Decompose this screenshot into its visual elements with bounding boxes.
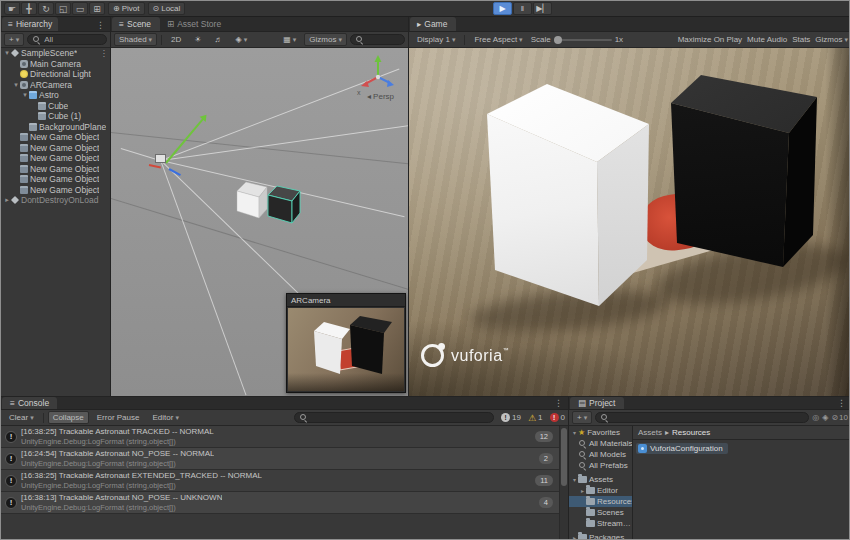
hierarchy-item-new-game-object[interactable]: New Game Object bbox=[1, 185, 110, 196]
console-log-entry[interactable]: ! [16:24:54] Trackable Astronaut NO_POSE… bbox=[1, 448, 559, 470]
mute-audio-toggle[interactable]: Mute Audio bbox=[747, 35, 787, 44]
rect-tool-button[interactable]: ▭ bbox=[72, 2, 88, 15]
folder-resources[interactable]: Resources bbox=[569, 496, 632, 507]
pause-button[interactable]: ‖ bbox=[513, 2, 532, 15]
hierarchy-search-input[interactable] bbox=[44, 35, 101, 44]
create-asset-button[interactable]: +▾ bbox=[572, 411, 592, 424]
2d-toggle[interactable]: 2D bbox=[166, 33, 186, 46]
aspect-dropdown[interactable]: Free Aspect▾ bbox=[469, 33, 527, 46]
favorite-all-materials[interactable]: All Materials bbox=[569, 438, 632, 449]
console-log-entry[interactable]: ! [16:38:25] Trackable Astronaut EXTENDE… bbox=[1, 470, 559, 492]
pivot-toggle-button[interactable]: ⊕ Pivot bbox=[108, 2, 145, 15]
folder-scenes[interactable]: Scenes bbox=[569, 507, 632, 518]
foldout-icon[interactable]: ▾ bbox=[12, 81, 20, 89]
shading-mode-dropdown[interactable]: Shaded ▾ bbox=[114, 33, 157, 46]
hierarchy-search[interactable] bbox=[27, 34, 107, 45]
hierarchy-item-cube[interactable]: Cube bbox=[1, 101, 110, 112]
breadcrumb-assets[interactable]: Assets bbox=[638, 428, 662, 437]
hierarchy-item-arcamera[interactable]: ▾ ARCamera bbox=[1, 80, 110, 91]
foldout-icon[interactable]: ▸ bbox=[3, 196, 11, 204]
scene-cubes[interactable] bbox=[231, 178, 321, 234]
hidden-packages-toggle[interactable]: ⊘ 10 bbox=[831, 413, 848, 422]
scale-slider-thumb[interactable] bbox=[554, 36, 562, 44]
hand-tool-button[interactable]: ☛ bbox=[4, 2, 20, 15]
tab-asset-store[interactable]: ⊞ Asset Store bbox=[160, 17, 230, 31]
step-button[interactable]: ▶▏ bbox=[533, 2, 552, 15]
console-log-entry[interactable]: ! [16:38:25] Trackable Astronaut TRACKED… bbox=[1, 426, 559, 448]
search-by-label-icon[interactable]: ◈ bbox=[822, 413, 828, 422]
hierarchy-item-astro[interactable]: ▾ Astro bbox=[1, 90, 110, 101]
console-search-input[interactable] bbox=[311, 413, 488, 422]
assets-root-item[interactable]: ▾ Assets bbox=[569, 474, 632, 485]
perspective-label[interactable]: ◂ Persp bbox=[367, 92, 394, 101]
scrollbar-thumb[interactable] bbox=[561, 428, 567, 486]
game-gizmos-dropdown[interactable]: Gizmos ▾ bbox=[815, 35, 848, 44]
hierarchy-item-new-game-object[interactable]: New Game Object bbox=[1, 143, 110, 154]
create-button[interactable]: +▾ bbox=[4, 33, 24, 46]
hierarchy-item-samplescene[interactable]: ▾ SampleScene* ⋮ bbox=[1, 48, 110, 59]
kebab-icon[interactable]: ⋮ bbox=[100, 48, 109, 58]
hierarchy-item-new-game-object[interactable]: New Game Object bbox=[1, 174, 110, 185]
local-toggle-button[interactable]: ⊙ Local bbox=[148, 2, 186, 15]
hierarchy-item-new-game-object[interactable]: New Game Object bbox=[1, 153, 110, 164]
hierarchy-item-directional-light[interactable]: Directional Light bbox=[1, 69, 110, 80]
audio-toggle[interactable]: ♬ bbox=[210, 33, 228, 46]
asset-vuforiaconfiguration[interactable]: VuforiaConfiguration bbox=[636, 443, 728, 454]
clear-button[interactable]: Clear▾ bbox=[4, 411, 39, 424]
hierarchy-item-dontdestroyonload[interactable]: ▸ DontDestroyOnLoad bbox=[1, 195, 110, 206]
project-search-input[interactable] bbox=[612, 413, 803, 422]
maximize-on-play-toggle[interactable]: Maximize On Play bbox=[678, 35, 742, 44]
breadcrumb-current[interactable]: Resources bbox=[672, 428, 710, 437]
warning-count[interactable]: ⚠ 1 bbox=[528, 413, 543, 423]
camera-preview-titlebar[interactable]: ARCamera bbox=[287, 294, 405, 307]
camera-object[interactable] bbox=[155, 154, 166, 163]
hierarchy-item-backgroundplane[interactable]: BackgroundPlane bbox=[1, 122, 110, 133]
x-axis-handle[interactable] bbox=[149, 164, 161, 168]
display-dropdown[interactable]: Display 1▾ bbox=[412, 33, 460, 46]
console-scrollbar[interactable] bbox=[559, 426, 568, 540]
foldout-icon[interactable]: ▾ bbox=[571, 429, 578, 436]
kebab-icon[interactable]: ⋮ bbox=[837, 398, 850, 409]
rotate-tool-button[interactable]: ↻ bbox=[38, 2, 54, 15]
error-count[interactable]: ! 0 bbox=[550, 413, 565, 422]
foldout-icon[interactable]: ▾ bbox=[21, 91, 29, 99]
scene-search-input[interactable] bbox=[367, 35, 399, 44]
transform-tool-button[interactable]: ⊞ bbox=[89, 2, 105, 15]
favorite-all-prefabs[interactable]: All Prefabs bbox=[569, 460, 632, 471]
favorite-all-models[interactable]: All Models bbox=[569, 449, 632, 460]
console-log-entry[interactable]: ! [16:38:13] Trackable Astronaut NO_POSE… bbox=[1, 492, 559, 514]
tab-project[interactable]: ▤ Project bbox=[570, 397, 624, 409]
foldout-icon[interactable]: ▾ bbox=[3, 49, 11, 57]
lighting-toggle[interactable]: ☀ bbox=[189, 33, 206, 46]
folder-streamingassets[interactable]: StreamingAssets bbox=[569, 518, 632, 529]
move-tool-button[interactable]: ╋ bbox=[21, 2, 37, 15]
tab-game[interactable]: ▸ Game bbox=[410, 17, 456, 31]
collapse-toggle[interactable]: Collapse bbox=[48, 411, 89, 424]
info-count[interactable]: ! 19 bbox=[501, 413, 521, 422]
hierarchy-item-new-game-object[interactable]: New Game Object bbox=[1, 132, 110, 143]
tab-console[interactable]: ≡ Console bbox=[2, 397, 57, 409]
hierarchy-item-new-game-object[interactable]: New Game Object bbox=[1, 164, 110, 175]
foldout-icon[interactable]: ▾ bbox=[571, 476, 578, 483]
game-viewport[interactable]: vuforia™ bbox=[409, 48, 850, 396]
foldout-icon[interactable]: ▸ bbox=[571, 534, 578, 540]
scene-search[interactable] bbox=[350, 34, 405, 45]
kebab-icon[interactable]: ⋮ bbox=[554, 398, 568, 409]
console-search[interactable] bbox=[294, 412, 494, 423]
gizmos-dropdown[interactable]: Gizmos▾ bbox=[304, 33, 347, 46]
scale-tool-button[interactable]: ◱ bbox=[55, 2, 71, 15]
search-by-type-icon[interactable]: ◎ bbox=[812, 413, 819, 422]
scene-viewport[interactable]: x ◂ Persp ARCamera bbox=[111, 48, 408, 396]
favorites-item[interactable]: ▾ ★ Favorites bbox=[569, 427, 632, 438]
foldout-icon[interactable]: ▸ bbox=[579, 487, 586, 494]
folder-editor[interactable]: ▸ Editor bbox=[569, 485, 632, 496]
error-pause-toggle[interactable]: Error Pause bbox=[92, 411, 145, 424]
project-search[interactable] bbox=[595, 412, 809, 423]
editor-dropdown[interactable]: Editor▾ bbox=[147, 411, 183, 424]
tab-hierarchy[interactable]: ≡ Hierarchy bbox=[2, 17, 58, 31]
packages-root-item[interactable]: ▸ Packages bbox=[569, 532, 632, 540]
camera-preview-window[interactable]: ARCamera bbox=[286, 293, 406, 393]
grid-dropdown[interactable]: ▦▾ bbox=[278, 33, 301, 46]
scale-slider[interactable] bbox=[554, 39, 612, 41]
hierarchy-item-main-camera[interactable]: Main Camera bbox=[1, 59, 110, 70]
